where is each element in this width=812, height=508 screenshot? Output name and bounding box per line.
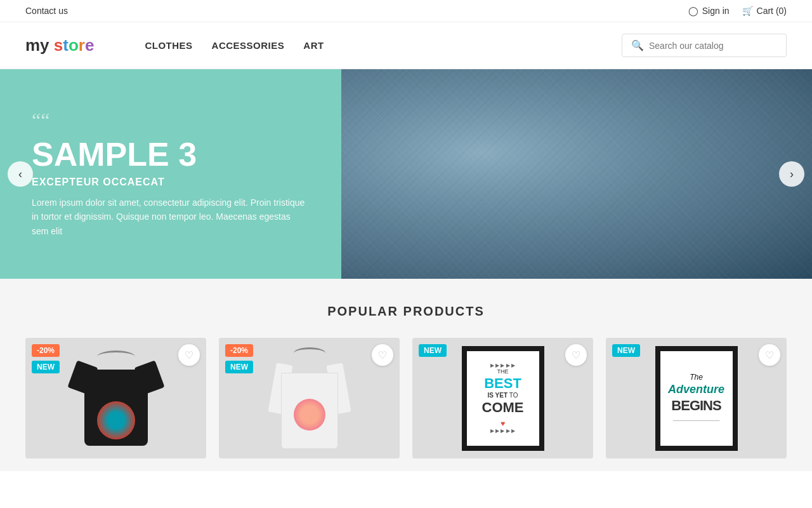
poster2-content: The Adventure BEGINS ───────────── [663, 368, 730, 429]
product-card-2: -20% NEW ♡ [219, 338, 400, 458]
tshirt-black-graphic [72, 351, 160, 446]
cart-icon: 🛒 [742, 6, 753, 16]
poster-the: THE [482, 368, 524, 375]
tshirt-body-1 [84, 370, 148, 446]
poster-heart: ♥ [501, 419, 505, 428]
denim-jacket-bg [341, 69, 812, 279]
poster2-adventure: Adventure [668, 383, 724, 396]
products-grid: -20% NEW ♡ -20% NEW ♡ [25, 338, 787, 458]
product-card-3: NEW ♡ ▶ ▶ ▶ ▶ ▶ THE BEST IS YET TO COME … [412, 338, 593, 458]
top-bar: Contact us ◯ Sign in 🛒 Cart (0) [0, 0, 812, 22]
hero-slider: ““ SAMPLE 3 EXCEPTEUR OCCAECAT Lorem ips… [0, 69, 812, 279]
wishlist-button-4[interactable]: ♡ [759, 344, 780, 366]
logo-s: s [54, 36, 63, 55]
poster-inner-4: The Adventure BEGINS ───────────── [660, 351, 733, 446]
product-card-1: -20% NEW ♡ [25, 338, 206, 458]
poster-isyet: IS YET TO [482, 392, 524, 399]
poster-best-word: BEST [482, 375, 524, 392]
poster-arrows-top: ▶ ▶ ▶ ▶ ▶ [490, 363, 515, 368]
ls-body [281, 373, 338, 449]
ls-hanger [294, 347, 325, 359]
poster-inner-3: ▶ ▶ ▶ ▶ ▶ THE BEST IS YET TO COME ♥ ▶ ▶ … [467, 351, 539, 446]
logo-e: e [85, 36, 94, 55]
badge-new-2: NEW [225, 361, 253, 373]
longsleeve-graphic [268, 347, 351, 449]
logo[interactable]: my store [25, 36, 94, 55]
wishlist-button-2[interactable]: ♡ [372, 344, 393, 366]
wishlist-button-1[interactable]: ♡ [178, 344, 200, 366]
poster2-tagline: ───────────── [673, 418, 720, 424]
hero-image [341, 69, 812, 279]
sign-in-link[interactable]: ◯ Sign in [688, 6, 730, 16]
header: my store CLOTHES ACCESSORIES ART 🔍 [0, 22, 812, 69]
poster2-begins: BEGINS [671, 398, 721, 414]
cart-link[interactable]: 🛒 Cart (0) [742, 6, 787, 16]
ls-design [294, 399, 325, 431]
logo-t: t [63, 36, 69, 55]
poster-frame-4: The Adventure BEGINS ───────────── [655, 346, 738, 451]
hero-prev-button[interactable]: ‹ [8, 161, 33, 187]
wishlist-button-3[interactable]: ♡ [565, 344, 587, 366]
nav-accessories[interactable]: ACCESSORIES [212, 40, 285, 51]
top-bar-right: ◯ Sign in 🛒 Cart (0) [688, 6, 787, 16]
search-icon: 🔍 [631, 39, 644, 51]
poster2-the: The [690, 373, 703, 382]
nav-art[interactable]: ART [303, 40, 324, 51]
poster-frame-3: ▶ ▶ ▶ ▶ ▶ THE BEST IS YET TO COME ♥ ▶ ▶ … [462, 346, 544, 451]
poster-come: COME [482, 399, 524, 416]
hanger-1 [97, 351, 135, 363]
poster-arrows-bottom: ▶ ▶ ▶ ▶ ▶ [490, 428, 515, 434]
hero-content: ““ SAMPLE 3 EXCEPTEUR OCCAECAT Lorem ips… [0, 69, 341, 279]
search-box[interactable]: 🔍 [622, 34, 787, 57]
poster-text-best: THE BEST IS YET TO COME [482, 368, 524, 417]
main-nav: CLOTHES ACCESSORIES ART [145, 40, 622, 51]
badge-discount-1: -20% [32, 344, 60, 357]
logo-o: o [69, 36, 79, 55]
contact-link[interactable]: Contact us [25, 6, 68, 16]
person-icon: ◯ [688, 6, 698, 16]
tshirt-design-1 [97, 401, 135, 439]
nav-clothes[interactable]: CLOTHES [145, 40, 192, 51]
hero-description: Lorem ipsum dolor sit amet, consectetur … [32, 196, 310, 238]
hero-title: SAMPLE 3 [32, 137, 310, 173]
product-card-4: NEW ♡ The Adventure BEGINS ───────────── [606, 338, 787, 458]
badge-new-3: NEW [419, 344, 447, 357]
logo-r: r [79, 36, 85, 55]
popular-products-title: POPULAR PRODUCTS [25, 304, 787, 319]
popular-products-section: POPULAR PRODUCTS -20% NEW ♡ -20% NEW [0, 279, 812, 471]
hero-subtitle: EXCEPTEUR OCCAECAT [32, 177, 310, 188]
hero-inner: ““ SAMPLE 3 EXCEPTEUR OCCAECAT Lorem ips… [0, 69, 812, 279]
badge-discount-2: -20% [225, 344, 253, 357]
badge-new-4: NEW [612, 344, 640, 357]
hero-quote-mark: ““ [32, 110, 310, 130]
logo-my: my [25, 36, 49, 55]
contact-us-link[interactable]: Contact us [25, 5, 68, 17]
hero-next-button[interactable]: › [779, 161, 804, 187]
denim-texture [341, 69, 812, 279]
badge-new-1: NEW [32, 361, 60, 373]
search-input[interactable] [649, 41, 777, 51]
